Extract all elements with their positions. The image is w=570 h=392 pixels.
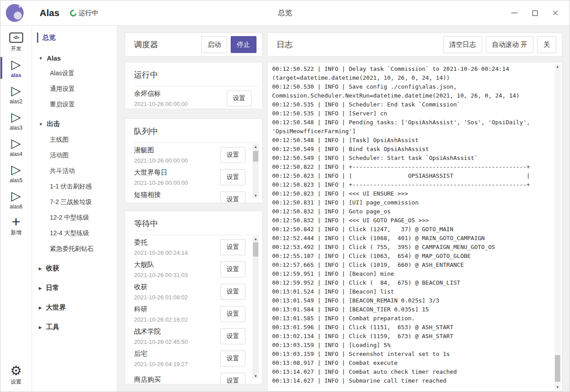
- log-line: 00:12:50.535 | INFO | Scheduler: End tas…: [272, 100, 549, 109]
- pending-scrollbar[interactable]: ▲ ▼: [252, 144, 259, 198]
- rail-profile-label: 新增: [11, 229, 21, 237]
- titlebar: Alas 运行中 总览: [0, 0, 570, 26]
- task-setting-button[interactable]: 设置: [220, 147, 245, 163]
- rail-profile-item[interactable]: alas2: [0, 81, 32, 107]
- log-line: 00:12:59.952 | INFO | Click ( 84, 675) @…: [272, 278, 549, 287]
- scheduler-start-button[interactable]: 启动: [201, 36, 227, 53]
- nav-item[interactable]: Alas设置: [50, 69, 117, 78]
- scroll-up-icon[interactable]: ▲: [554, 64, 561, 69]
- rail-profile-label: 开发: [11, 45, 21, 53]
- log-line: 00:13:03.159 | INFO | [Loading] 5%: [272, 341, 549, 350]
- log-line: 00:12:50.823 | INFO | <<< UI ENSURE >>>: [272, 189, 549, 198]
- task-name: 委托: [134, 238, 188, 247]
- scroll-down-icon[interactable]: ▼: [252, 373, 259, 379]
- task-name: 余烬信标: [134, 90, 188, 98]
- running-spinner-icon: [69, 8, 78, 18]
- scheduler-stop-button[interactable]: 停止: [231, 36, 256, 53]
- task-row: 收获 2021-10-26 01:08:02 设置: [134, 281, 262, 303]
- scroll-down-icon[interactable]: ▼: [252, 193, 259, 198]
- nav-item[interactable]: 重启设置: [50, 101, 117, 109]
- task-row: 大世界每日 2021-10-26 00:00:00 设置: [134, 166, 262, 188]
- rail-profile-item[interactable]: alas: [0, 55, 32, 81]
- task-name: 收获: [134, 283, 188, 291]
- rail-profile-label: alas: [11, 72, 21, 78]
- rail-profile-item[interactable]: alas4: [0, 134, 32, 160]
- task-setting-button[interactable]: 设置: [220, 373, 245, 384]
- scroll-up-icon[interactable]: ▲: [252, 144, 259, 149]
- log-line: 00:13:01.549 | INFO | [BEACON_REMAIN 0.0…: [272, 296, 549, 305]
- task-setting-button[interactable]: 设置: [220, 328, 245, 344]
- task-setting-button[interactable]: 设置: [220, 284, 245, 300]
- log-scrollbar[interactable]: ▲ ▼: [554, 64, 561, 390]
- nav-item[interactable]: 12-4 大型练级: [50, 229, 117, 237]
- scroll-down-icon[interactable]: ▼: [554, 384, 561, 390]
- waiting-scrollbar[interactable]: ▲ ▼: [252, 236, 259, 379]
- nav-item[interactable]: 共斗活动: [50, 167, 117, 175]
- nav-item[interactable]: 活动图: [50, 151, 117, 159]
- rail-profile-item[interactable]: 开发: [0, 29, 32, 55]
- nav-item-overview[interactable]: 总览: [37, 32, 117, 43]
- nav-item[interactable]: 12-2 中型练级: [50, 214, 117, 222]
- task-setting-button[interactable]: 设置: [227, 90, 252, 106]
- app-window: Alas 运行中 总览 开发 alas: [0, 0, 570, 392]
- log-line: 00:12:50.549 | INFO | Scheduler: Start t…: [272, 154, 549, 163]
- log-line: 00:13:03.159 | INFO | Screenshot interva…: [272, 350, 549, 359]
- task-row: 战术学院 2021-10-26 02:45:50 设置: [134, 325, 262, 347]
- maximize-button[interactable]: [531, 9, 538, 16]
- log-line: 00:12:50.842 | INFO | Click (1247, 37) @…: [272, 225, 549, 234]
- task-row: 后宅 2021-10-26 04:19:27 设置: [134, 347, 262, 370]
- log-line: 00:13:01.584 | INFO | [BEACON_TIER 0.035…: [272, 305, 549, 314]
- nav-item[interactable]: 1-1 伏击刷好感: [50, 183, 117, 191]
- task-setting-button[interactable]: 设置: [220, 239, 245, 255]
- nav-item[interactable]: 出击: [39, 120, 117, 128]
- clear-log-button[interactable]: 清空日志: [443, 36, 482, 53]
- task-name: 商店购买: [134, 376, 161, 384]
- close-button[interactable]: [552, 9, 559, 16]
- scheduler-status-text: 运行中: [78, 9, 98, 17]
- nav-item[interactable]: 7-2 三战捡垃圾: [50, 198, 117, 206]
- play-icon: [11, 163, 21, 176]
- gear-icon: [10, 364, 22, 377]
- nav-item[interactable]: 工具: [39, 323, 117, 331]
- log-column: 日志 清空日志 自动滚动 开 关 00:12:50.522 | INFO | D…: [267, 33, 562, 392]
- log-line: 00:12:50.535 | INFO | [Server] cn: [272, 109, 549, 118]
- task-setting-button[interactable]: 设置: [220, 351, 245, 367]
- task-next-run-time: 2021-10-26 00:00:00: [134, 180, 188, 186]
- task-name: 战术学院: [134, 327, 188, 336]
- rail-settings-item[interactable]: 设置: [0, 362, 32, 388]
- scrollbar-thumb[interactable]: [555, 355, 560, 382]
- nav-item[interactable]: 通用设置: [50, 85, 117, 93]
- nav-item[interactable]: 日常: [39, 284, 117, 292]
- task-next-run-time: 2021-10-26 00:00:00: [134, 157, 188, 164]
- nav-item[interactable]: 大世界: [39, 303, 117, 312]
- task-next-run-time: 2021-10-26 00:00:00: [134, 202, 188, 203]
- task-setting-button[interactable]: 设置: [220, 169, 245, 185]
- pending-task-list: 潜艇图 2021-10-26 00:00:00 设置 大世界每日 2021-10…: [134, 143, 262, 203]
- dev-icon: [9, 31, 23, 44]
- log-line: 00:12:50.548 | INFO | Pending tasks: ['O…: [272, 118, 549, 136]
- scrollbar-thumb[interactable]: [253, 151, 258, 162]
- rail-profile-item[interactable]: alas3: [0, 107, 32, 134]
- rail-profile-label: alas4: [10, 151, 23, 157]
- task-setting-button[interactable]: 设置: [220, 306, 245, 322]
- play-icon: [11, 110, 21, 124]
- minimize-button[interactable]: [511, 9, 518, 16]
- log-header: 日志 清空日志 自动滚动 开 关: [267, 33, 562, 57]
- task-setting-button[interactable]: 设置: [220, 261, 245, 278]
- task-next-run-time: 2021-10-26 01:08:02: [134, 294, 188, 301]
- autoscroll-off-button[interactable]: 关: [537, 36, 556, 53]
- rail-profile-item[interactable]: 新增: [0, 212, 32, 239]
- task-row: 潜艇图 2021-10-26 00:00:00 设置: [134, 144, 262, 166]
- scrollbar-thumb[interactable]: [253, 242, 258, 257]
- task-setting-button[interactable]: 设置: [220, 192, 245, 203]
- log-line: 00:13:08.917 | INFO | Combat execute: [272, 359, 549, 368]
- nav-item[interactable]: 紧急委托刷钻石: [50, 245, 117, 253]
- nav-item[interactable]: 收获: [39, 264, 117, 273]
- nav-item[interactable]: Alas: [39, 54, 117, 62]
- rail-profile-item[interactable]: alas6: [0, 186, 32, 212]
- task-row: 商店购买 设置: [134, 370, 262, 384]
- nav-item[interactable]: 主线图: [50, 136, 117, 144]
- rail-profile-item[interactable]: alas5: [0, 160, 32, 186]
- autoscroll-toggle-button[interactable]: 自动滚动 开: [486, 36, 533, 53]
- scroll-up-icon[interactable]: ▲: [252, 236, 259, 241]
